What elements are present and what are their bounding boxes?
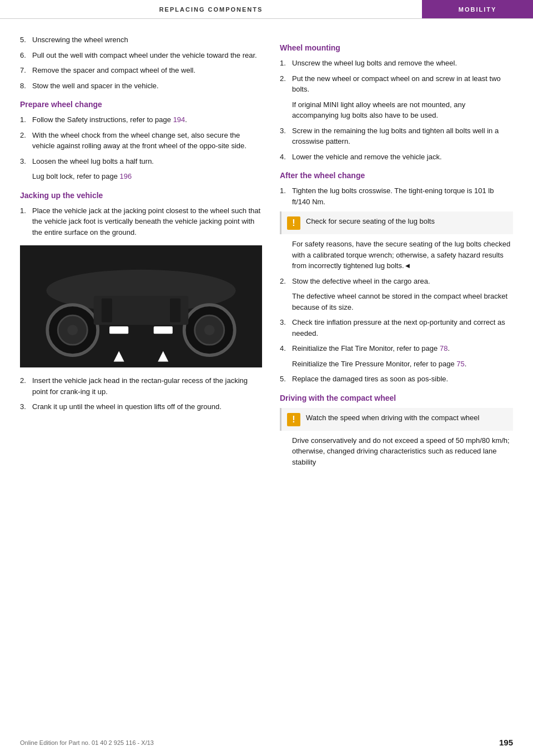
list-item: 2. With the wheel chock from the wheel c… bbox=[20, 130, 262, 152]
alloy-wheels-note: If original MINI light alloy wheels are … bbox=[292, 99, 513, 121]
replacing-components-label: REPLACING COMPONENTS bbox=[159, 6, 263, 13]
svg-rect-9 bbox=[102, 299, 112, 322]
list-item: 8. Stow the well and spacer in the vehic… bbox=[20, 80, 262, 92]
header-left-section: REPLACING COMPONENTS bbox=[0, 0, 422, 18]
after-wheel-change-heading: After the wheel change bbox=[280, 171, 513, 180]
header-right-section: MOBILITY bbox=[422, 0, 533, 18]
prepare-list: 1. Follow the Safety instructions, refer… bbox=[20, 114, 262, 182]
right-column: Wheel mounting 1. Unscrew the wheel lug … bbox=[280, 34, 513, 472]
page-194-link[interactable]: 194 bbox=[173, 115, 185, 124]
warning-icon: ! bbox=[287, 216, 300, 230]
list-item: 3. Loosen the wheel lug bolts a half tur… bbox=[20, 156, 262, 167]
warning-speed-icon: ! bbox=[287, 413, 300, 426]
main-content: 5. Unscrewing the wheel wrench 6. Pull o… bbox=[0, 19, 533, 494]
footer-citation: Online Edition for Part no. 01 40 2 925 … bbox=[20, 739, 154, 746]
page-78-link[interactable]: 78 bbox=[440, 344, 447, 352]
page-number: 195 bbox=[499, 738, 513, 747]
list-item: 1. Unscrew the wheel lug bolts and remov… bbox=[280, 58, 513, 69]
driving-speed-note: Drive conservatively and do not exceed a… bbox=[292, 435, 513, 468]
page-75-link[interactable]: 75 bbox=[456, 360, 464, 368]
list-item: 2. Insert the vehicle jack head in the r… bbox=[20, 375, 262, 397]
jacking-up-heading: Jacking up the vehicle bbox=[20, 191, 262, 200]
tire-pressure-monitor-note: Reinitialize the Tire Pressure Monitor, … bbox=[292, 359, 513, 370]
list-item: 2. Stow the defective wheel in the cargo… bbox=[280, 276, 513, 287]
page-header: REPLACING COMPONENTS MOBILITY bbox=[0, 0, 533, 19]
warning-lug-bolts: ! Check for secure seating of the lug bo… bbox=[280, 211, 513, 234]
svg-rect-12 bbox=[154, 326, 173, 334]
list-item: 3. Check tire inflation pressure at the … bbox=[280, 317, 513, 339]
list-item: 2. Put the new wheel or compact wheel on… bbox=[280, 73, 513, 95]
defective-wheel-note: The defective wheel cannot be stored in … bbox=[292, 291, 513, 313]
list-item: 3. Screw in the remaining the lug bolts … bbox=[280, 125, 513, 147]
lug-bolt-lock-note: Lug bolt lock, refer to page 196 bbox=[32, 171, 262, 182]
wheel-mounting-heading: Wheel mounting bbox=[280, 43, 513, 52]
svg-rect-11 bbox=[109, 326, 128, 334]
svg-rect-10 bbox=[170, 299, 180, 322]
page-196-link[interactable]: 196 bbox=[120, 172, 132, 180]
top-list: 5. Unscrewing the wheel wrench 6. Pull o… bbox=[20, 34, 262, 91]
list-item: 6. Pull out the well with compact wheel … bbox=[20, 50, 262, 61]
lug-bolts-safety-note: For safety reasons, have the secure seat… bbox=[292, 239, 513, 271]
list-item: 1. Place the vehicle jack at the jacking… bbox=[20, 205, 262, 238]
warning-lug-bolts-text: Check for secure seating of the lug bolt… bbox=[306, 216, 435, 227]
car-image bbox=[20, 245, 262, 367]
svg-point-7 bbox=[204, 325, 215, 335]
svg-point-4 bbox=[67, 325, 78, 335]
list-item: 4. Lower the vehicle and remove the vehi… bbox=[280, 152, 513, 163]
page-footer: Online Edition for Part no. 01 40 2 925 … bbox=[0, 738, 533, 747]
list-item: 5. Replace the damaged tires as soon as … bbox=[280, 374, 513, 385]
mobility-label: MOBILITY bbox=[459, 6, 497, 13]
prepare-wheel-change-heading: Prepare wheel change bbox=[20, 100, 262, 109]
wheel-mounting-list: 1. Unscrew the wheel lug bolts and remov… bbox=[280, 58, 513, 162]
jacking-list: 1. Place the vehicle jack at the jacking… bbox=[20, 205, 262, 238]
left-column: 5. Unscrewing the wheel wrench 6. Pull o… bbox=[20, 34, 262, 472]
after-list: 1. Tighten the lug bolts crosswise. The … bbox=[280, 185, 513, 207]
list-item: 5. Unscrewing the wheel wrench bbox=[20, 34, 262, 46]
list-item: 4. Reinitialize the Flat Tire Monitor, r… bbox=[280, 343, 513, 354]
warning-speed-text: Watch the speed when driving with the co… bbox=[306, 412, 479, 424]
list-item: 3. Crank it up until the wheel in questi… bbox=[20, 401, 262, 412]
warning-speed: ! Watch the speed when driving with the … bbox=[280, 408, 513, 431]
driving-compact-wheel-heading: Driving with the compact wheel bbox=[280, 394, 513, 402]
list-item: 7. Remove the spacer and compact wheel o… bbox=[20, 65, 262, 76]
list-item: 1. Tighten the lug bolts crosswise. The … bbox=[280, 185, 513, 207]
list-item: 1. Follow the Safety instructions, refer… bbox=[20, 114, 262, 125]
